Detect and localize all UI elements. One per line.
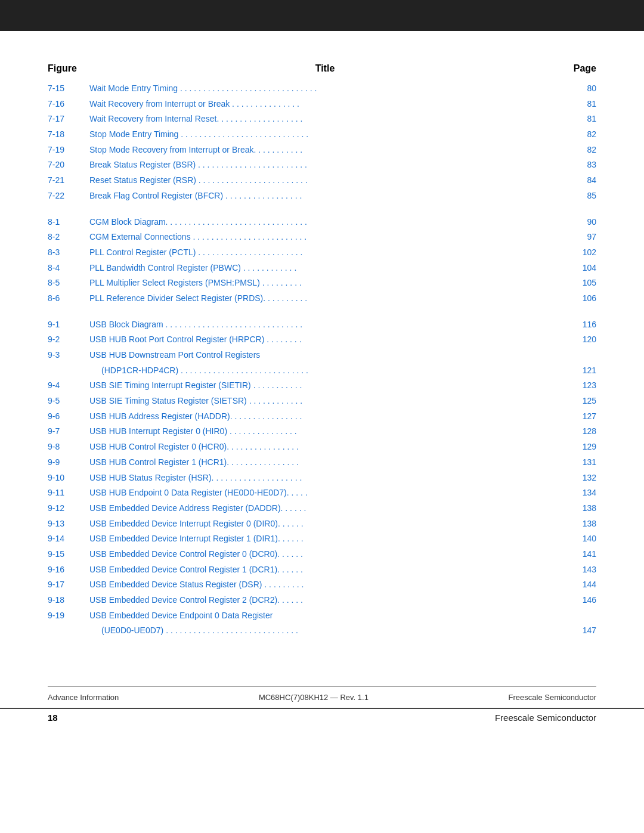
entry-title: Wait Recovery from Internal Reset. . . .… bbox=[89, 112, 561, 127]
entry-page: 144 bbox=[561, 577, 596, 593]
table-row: 9-15 USB Embedded Device Control Registe… bbox=[48, 547, 596, 562]
entry-figure: 9-3 bbox=[48, 348, 89, 378]
entry-title: USB HUB Status Register (HSR). . . . . .… bbox=[89, 470, 561, 486]
table-row: 8-5 PLL Multiplier Select Registers (PMS… bbox=[48, 275, 596, 291]
entry-figure: 8-2 bbox=[48, 230, 89, 245]
entry-page: 83 bbox=[561, 157, 596, 173]
table-row: 9-6 USB HUB Address Register (HADDR). . … bbox=[48, 409, 596, 425]
toc-header-row: Figure Title Page bbox=[48, 61, 596, 81]
entry-title: CGM Block Diagram. . . . . . . . . . . .… bbox=[89, 215, 561, 230]
table-row-continuation: (UE0D0-UE0D7) . . . . . . . . . . . . . … bbox=[48, 623, 596, 639]
entry-title: PLL Bandwidth Control Register (PBWC) . … bbox=[89, 261, 561, 276]
entry-title: Reset Status Register (RSR) . . . . . . … bbox=[89, 173, 561, 188]
entry-figure: 8-3 bbox=[48, 245, 89, 261]
entry-title: USB Embedded Device Status Register (DSR… bbox=[89, 577, 561, 593]
entry-page: 116 bbox=[561, 317, 596, 333]
entry-page: 140 bbox=[561, 531, 596, 547]
table-row: 9-19 USB Embedded Device Endpoint 0 Data… bbox=[48, 608, 596, 624]
entry-page: 134 bbox=[561, 485, 596, 501]
entry-figure: 8-5 bbox=[48, 275, 89, 291]
entry-figure: 8-6 bbox=[48, 291, 89, 306]
entry-title: Wait Mode Entry Timing . . . . . . . . .… bbox=[89, 81, 561, 97]
entry-page bbox=[561, 348, 596, 363]
table-row: 8-2 CGM External Connections . . . . . .… bbox=[48, 230, 596, 245]
entry-title: USB SIE Timing Interrupt Register (SIETI… bbox=[89, 378, 561, 394]
table-row: 9-13 USB Embedded Device Interrupt Regis… bbox=[48, 516, 596, 532]
table-row: 9-18 USB Embedded Device Control Registe… bbox=[48, 593, 596, 608]
footer-left: Advance Information bbox=[48, 693, 119, 702]
entry-page: 84 bbox=[561, 173, 596, 188]
table-row: 7-22 Break Flag Control Register (BFCR) … bbox=[48, 188, 596, 204]
entry-page: 102 bbox=[561, 245, 596, 261]
table-row: 9-12 USB Embedded Device Address Registe… bbox=[48, 501, 596, 516]
table-row: 9-17 USB Embedded Device Status Register… bbox=[48, 577, 596, 593]
table-row: 7-21 Reset Status Register (RSR) . . . .… bbox=[48, 173, 596, 188]
entry-title: Break Flag Control Register (BFCR) . . .… bbox=[89, 188, 561, 204]
entry-title: USB Embedded Device Control Register 0 (… bbox=[89, 547, 561, 562]
entry-page: 131 bbox=[561, 455, 596, 470]
entry-title-line1: USB Embedded Device Endpoint 0 Data Regi… bbox=[89, 608, 561, 624]
entry-title-line2: (UE0D0-UE0D7) . . . . . . . . . . . . . … bbox=[89, 623, 561, 639]
entry-title: Break Status Register (BSR) . . . . . . … bbox=[89, 157, 561, 173]
entry-title: USB Embedded Device Control Register 1 (… bbox=[89, 562, 561, 578]
entry-title: USB HUB Control Register 1 (HCR1). . . .… bbox=[89, 455, 561, 470]
entry-figure: 9-12 bbox=[48, 501, 89, 516]
footer-right-bottom: Freescale Semiconductor bbox=[495, 713, 596, 723]
entry-title: PLL Control Register (PCTL) . . . . . . … bbox=[89, 245, 561, 261]
table-row: 7-19 Stop Mode Recovery from Interrupt o… bbox=[48, 143, 596, 158]
entry-figure: 7-17 bbox=[48, 112, 89, 127]
table-row: 7-18 Stop Mode Entry Timing . . . . . . … bbox=[48, 127, 596, 143]
table-row: 8-1 CGM Block Diagram. . . . . . . . . .… bbox=[48, 215, 596, 230]
page-num-bar: 18 Freescale Semiconductor bbox=[0, 708, 644, 726]
table-row: 9-8 USB HUB Control Register 0 (HCR0). .… bbox=[48, 439, 596, 455]
entry-page: 82 bbox=[561, 127, 596, 143]
entry-page: 81 bbox=[561, 97, 596, 112]
table-row: 9-16 USB Embedded Device Control Registe… bbox=[48, 562, 596, 578]
entry-page: 105 bbox=[561, 275, 596, 291]
entry-page: 123 bbox=[561, 378, 596, 394]
entry-page: 146 bbox=[561, 593, 596, 608]
entry-page: 97 bbox=[561, 230, 596, 245]
entry-figure: 7-16 bbox=[48, 97, 89, 112]
table-row: 8-6 PLL Reference Divider Select Registe… bbox=[48, 291, 596, 306]
page-content: Figure Title Page 7-15 Wait Mode Entry T… bbox=[0, 31, 644, 686]
entry-page: 80 bbox=[561, 81, 596, 97]
entry-title: USB Embedded Device Control Register 2 (… bbox=[89, 593, 561, 608]
entry-page: 128 bbox=[561, 424, 596, 439]
page-number: 18 bbox=[48, 713, 58, 723]
section-spacer bbox=[48, 306, 596, 317]
entry-title: USB Embedded Device Interrupt Register 0… bbox=[89, 516, 561, 532]
entry-figure: 7-18 bbox=[48, 127, 89, 143]
entry-title: CGM External Connections . . . . . . . .… bbox=[89, 230, 561, 245]
entry-page: 127 bbox=[561, 409, 596, 425]
entry-title-line2: (HDP1CR-HDP4CR) . . . . . . . . . . . . … bbox=[89, 363, 561, 379]
entry-figure: 9-7 bbox=[48, 424, 89, 439]
table-row: 8-3 PLL Control Register (PCTL) . . . . … bbox=[48, 245, 596, 261]
table-row: 9-14 USB Embedded Device Interrupt Regis… bbox=[48, 531, 596, 547]
entry-figure: 9-9 bbox=[48, 455, 89, 470]
entry-figure: 9-10 bbox=[48, 470, 89, 486]
entry-page-line2: 147 bbox=[561, 623, 596, 639]
entry-figure: 9-14 bbox=[48, 531, 89, 547]
entry-page: 106 bbox=[561, 291, 596, 306]
entry-title: Wait Recovery from Interrupt or Break . … bbox=[89, 97, 561, 112]
entry-title-line1: USB HUB Downstream Port Control Register… bbox=[89, 348, 561, 363]
header-title: Title bbox=[89, 61, 561, 81]
table-row: 9-9 USB HUB Control Register 1 (HCR1). .… bbox=[48, 455, 596, 470]
table-row: 8-4 PLL Bandwidth Control Register (PBWC… bbox=[48, 261, 596, 276]
table-row: 9-2 USB HUB Root Port Control Register (… bbox=[48, 332, 596, 348]
entry-figure: 7-15 bbox=[48, 81, 89, 97]
entry-page: 104 bbox=[561, 261, 596, 276]
entry-figure: 7-19 bbox=[48, 143, 89, 158]
entry-page-line2: 121 bbox=[561, 363, 596, 379]
table-row: 9-4 USB SIE Timing Interrupt Register (S… bbox=[48, 378, 596, 394]
section-spacer bbox=[48, 204, 596, 215]
footer-right: Freescale Semiconductor bbox=[509, 693, 596, 702]
entry-figure: 8-1 bbox=[48, 215, 89, 230]
table-row-continuation: (HDP1CR-HDP4CR) . . . . . . . . . . . . … bbox=[48, 363, 596, 379]
table-row: 9-7 USB HUB Interrupt Register 0 (HIR0) … bbox=[48, 424, 596, 439]
entry-page: 85 bbox=[561, 188, 596, 204]
entry-page: 129 bbox=[561, 439, 596, 455]
table-row: 9-1 USB Block Diagram . . . . . . . . . … bbox=[48, 317, 596, 333]
entry-page: 82 bbox=[561, 143, 596, 158]
